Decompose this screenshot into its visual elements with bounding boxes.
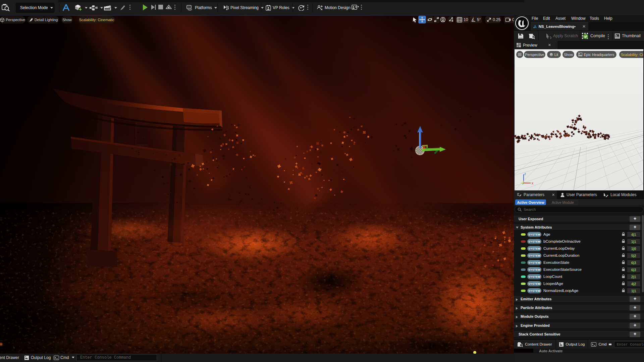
svg-text:x: x	[532, 181, 533, 185]
svg-text:z: z	[524, 172, 526, 176]
